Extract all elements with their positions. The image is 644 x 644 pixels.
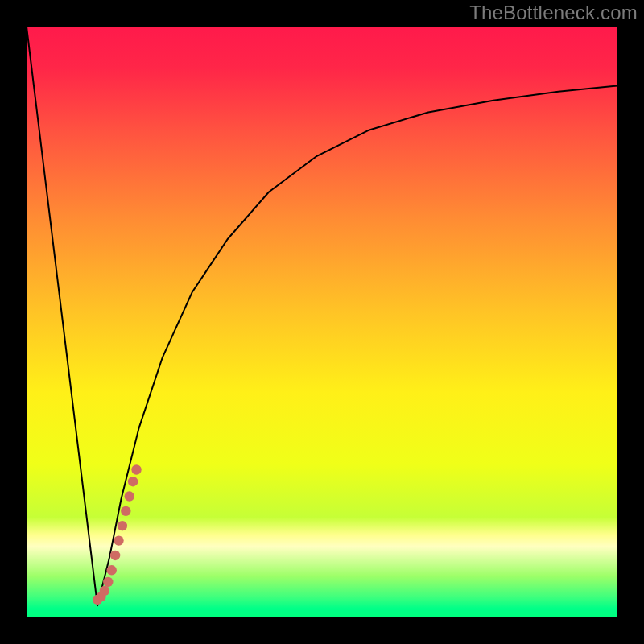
highlight-dot [110, 551, 120, 560]
plot-area [27, 27, 617, 617]
highlight-dot [114, 535, 123, 545]
highlight-dot [131, 464, 141, 474]
highlight-dot [125, 491, 134, 501]
chart-stage: TheBottleneck.com [0, 0, 644, 644]
highlight-dot [103, 577, 113, 587]
highlight-dot [100, 586, 109, 596]
highlight-dot [128, 477, 138, 486]
highlight-dot [121, 506, 130, 516]
bottleneck-chart [27, 27, 617, 617]
highlight-dot [107, 565, 117, 575]
watermark-text: TheBottleneck.com [469, 2, 638, 24]
highlight-dot [118, 521, 127, 530]
